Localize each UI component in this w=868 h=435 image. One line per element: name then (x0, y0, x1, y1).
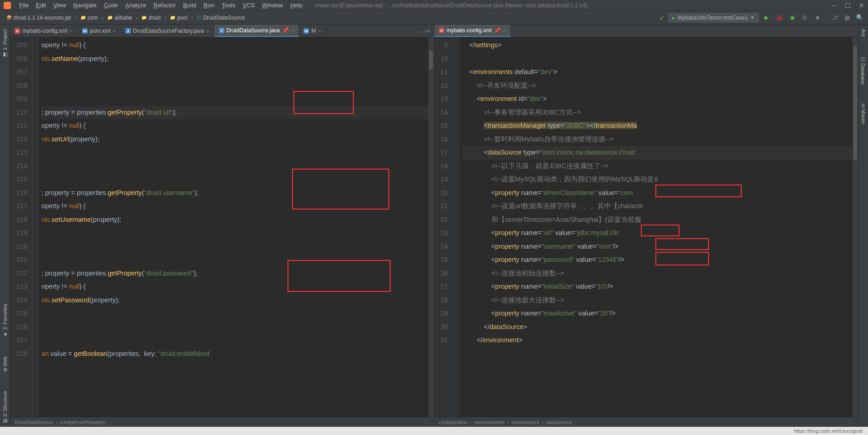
editor-tab[interactable]: mpom.xml× (78, 25, 121, 37)
code-line[interactable] (41, 226, 428, 240)
code-line[interactable]: <!--暂时利用Mybatis自带连接池管理连接--> (462, 133, 853, 146)
crumb[interactable]: environment (511, 420, 539, 425)
code-line[interactable]: <environment id="dev"> (462, 92, 853, 106)
tabs-overflow[interactable]: … ≡4 (414, 28, 434, 34)
debug-icon[interactable]: 🐞 (775, 13, 784, 22)
left-code-area[interactable]: 2052062072082092102112122132142152162172… (10, 37, 434, 417)
code-line[interactable]: ; property = properties.getProperty("dru… (41, 267, 428, 280)
breadcrumb-item[interactable]: 📁com (78, 15, 101, 21)
menu-refactor[interactable]: Refactor (150, 2, 179, 9)
code-line[interactable] (41, 65, 428, 79)
editor-tab[interactable]: xmybatis-config.xml📌× (434, 25, 511, 37)
code-line[interactable]: </settings> (462, 39, 853, 52)
code-line[interactable] (41, 173, 428, 186)
project-structure-icon[interactable]: ▦ (843, 13, 852, 22)
maven-tool-button[interactable]: m Maven (860, 101, 867, 127)
search-icon[interactable]: 🔍 (855, 13, 864, 22)
menu-edit[interactable]: Edit (32, 2, 50, 9)
breadcrumb-item[interactable]: ⒸDruidDataSource (194, 15, 248, 21)
editor-tab[interactable]: mM× (299, 25, 326, 37)
right-fold-gutter[interactable] (453, 37, 459, 417)
menu-code[interactable]: Code (100, 2, 122, 9)
minimize-icon[interactable]: ─ (832, 2, 837, 9)
code-line[interactable]: <dataSource type="com.imooc.oa.datasourc… (462, 146, 853, 160)
menu-file[interactable]: File (15, 2, 32, 9)
right-scrollbar[interactable] (853, 37, 858, 417)
close-tab-icon[interactable]: × (318, 28, 321, 34)
breadcrumb-item[interactable]: 📁druid (139, 15, 164, 21)
editor-tab[interactable]: xmybatis-config.xml× (10, 25, 78, 37)
code-line[interactable]: operty != null) { (41, 39, 428, 52)
coverage-icon[interactable]: ◉ (788, 13, 797, 22)
menu-window[interactable]: Window (258, 2, 287, 9)
code-line[interactable] (41, 79, 428, 93)
code-line[interactable]: <!--连接池最大连接数--> (462, 294, 853, 307)
code-line[interactable]: <property name="maxActive" value="20"/> (462, 307, 853, 320)
code-line[interactable]: nis.setPassword(property); (41, 294, 428, 307)
code-line[interactable]: <transactionManager type="JDBC"></transa… (462, 119, 853, 133)
code-line[interactable] (41, 240, 428, 254)
right-code-area[interactable]: 9101112131415161718192021222324252627282… (434, 37, 858, 417)
close-tab-icon[interactable]: × (503, 28, 506, 33)
right-code[interactable]: </settings> <environments default="dev">… (459, 37, 853, 417)
crumb[interactable]: environments (475, 420, 505, 425)
database-tool-button[interactable]: ◫ Database (859, 53, 867, 87)
code-line[interactable]: <property name="url" value="jdbc:mysql:/… (462, 226, 853, 240)
code-line[interactable]: <!--连接池初始连接数--> (462, 267, 853, 280)
run-icon[interactable]: ▶ (762, 13, 771, 22)
code-line[interactable]: </environment> (462, 334, 853, 347)
code-line[interactable] (41, 146, 428, 160)
breadcrumb-item[interactable]: 📁pool (167, 15, 190, 21)
code-line[interactable]: nis.setName(property); (41, 52, 428, 66)
code-line[interactable] (41, 92, 428, 106)
code-line[interactable] (41, 307, 428, 320)
structure-tool-button[interactable]: ▤ 2: Structure (1, 388, 9, 427)
close-tab-icon[interactable]: × (69, 28, 72, 34)
code-line[interactable]: operty != null) { (41, 200, 428, 213)
ant-tool-button[interactable]: Ant (860, 26, 867, 40)
favorites-tool-button[interactable]: ★ 2: Favorites (1, 301, 9, 340)
close-icon[interactable]: ✕ (859, 2, 864, 9)
stop-icon[interactable]: ■ (813, 13, 822, 22)
code-line[interactable]: nis.setUsername(property); (41, 213, 428, 227)
code-line[interactable] (462, 52, 853, 66)
close-tab-icon[interactable]: × (113, 28, 115, 34)
code-line[interactable]: <!--以下几项，就是JDBC连接属性了--> (462, 160, 853, 173)
code-line[interactable] (41, 160, 428, 173)
breadcrumb-item[interactable]: 📁alibaba (104, 15, 135, 21)
crumb[interactable]: DruidDataSource (15, 420, 53, 425)
code-line[interactable]: <!--设置url数据库连接字符串。。。其中【characte (462, 200, 853, 213)
menu-run[interactable]: Run (200, 2, 218, 9)
close-tab-icon[interactable]: × (291, 28, 294, 33)
project-tool-button[interactable]: ◨ 1: Project (1, 26, 9, 60)
menu-navigate[interactable]: Navigate (69, 2, 100, 9)
code-line[interactable]: an value = getBoolean(properties, key: "… (41, 347, 428, 361)
editor-tab[interactable]: JDruidDataSourceFactory.java× (121, 25, 214, 37)
menu-analyze[interactable]: Analyze (122, 2, 150, 9)
left-fold-gutter[interactable] (32, 37, 39, 417)
vcs-icon[interactable]: ⎇ (830, 13, 839, 22)
menu-build[interactable]: Build (179, 2, 200, 9)
editor-tab[interactable]: JDruidDataSource.java📌× (214, 25, 299, 37)
code-line[interactable]: 和【serverTimezone=Asia/Shanghai】(设置当前服 (462, 213, 853, 227)
code-line[interactable]: <property name="password" value="12345"/… (462, 253, 853, 267)
close-tab-icon[interactable]: × (206, 28, 209, 34)
code-line[interactable]: ; property = properties.getProperty("dru… (41, 106, 428, 120)
code-line[interactable]: <!--设置MySQL驱动类；因为我们使用的MySQL驱动是8 (462, 173, 853, 186)
code-line[interactable]: operty != null) { (41, 119, 428, 133)
left-code[interactable]: operty != null) {nis.setName(property); … (39, 37, 428, 417)
menu-vcs[interactable]: VCS (239, 2, 258, 9)
code-line[interactable]: <property name="username" value="root"/> (462, 240, 853, 254)
maximize-icon[interactable]: ☐ (845, 2, 851, 9)
menu-view[interactable]: View (50, 2, 69, 9)
code-line[interactable]: <property name="initialSize" value="10"/… (462, 280, 853, 294)
crumb[interactable]: configFromPropety() (60, 420, 105, 425)
menu-tools[interactable]: Tools (218, 2, 239, 9)
build-icon[interactable]: ↙ (660, 14, 665, 21)
run-config-selector[interactable]: ▸ MybatisUtilsTestor.testCase1 ▼ (668, 13, 759, 22)
web-tool-button[interactable]: ⊕ Web (1, 354, 9, 375)
code-line[interactable]: </dataSource> (462, 320, 853, 334)
code-line[interactable]: <environments default="dev"> (462, 65, 853, 79)
code-line[interactable]: <property name="driverClassName" value="… (462, 186, 853, 200)
code-line[interactable]: <!--事务管理器采用JDBC方式--> (462, 106, 853, 120)
